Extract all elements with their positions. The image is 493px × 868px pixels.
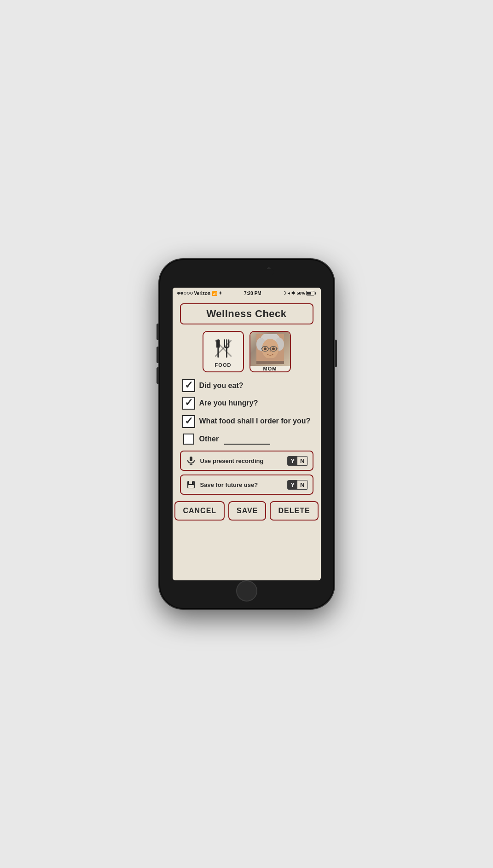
battery-icon	[306, 291, 316, 295]
svg-rect-27	[188, 485, 194, 488]
checkbox-other[interactable]	[182, 432, 196, 446]
mom-photo	[250, 332, 290, 366]
checkbox-other-empty	[183, 434, 194, 445]
battery-percent: 58%	[296, 291, 305, 295]
signal-dot-3	[184, 292, 186, 295]
svg-rect-21	[190, 457, 192, 461]
check-label-hungry: Are you hungry?	[199, 399, 258, 407]
food-svg-icon	[210, 336, 236, 361]
mom-icon-box[interactable]: MOM	[249, 331, 291, 372]
bluetooth-icon: ✱	[291, 291, 295, 295]
svg-point-14	[264, 347, 267, 350]
signal-dot-2	[180, 292, 183, 295]
check-item-eat: Did you eat?	[182, 379, 312, 393]
check-item-other: Other	[182, 432, 312, 446]
check-item-hungry: Are you hungry?	[182, 396, 312, 410]
app-content: Wellness Check	[173, 299, 321, 580]
home-button[interactable]	[236, 580, 257, 602]
wifi-icon: 📶	[212, 291, 217, 296]
checkbox-order[interactable]	[182, 415, 196, 428]
toggle-rows: Use present recording Y N	[180, 451, 313, 495]
title-box: Wellness Check	[180, 303, 313, 324]
location-icon: ◂	[288, 291, 290, 295]
phone-screen: Verizon 📶 ✳ 7:20 PM ☽ ◂ ✱ 58%	[173, 288, 321, 580]
svg-rect-20	[256, 361, 284, 364]
cancel-button[interactable]: CANCEL	[174, 501, 225, 521]
signal-dot-4	[187, 292, 190, 295]
svg-rect-26	[192, 481, 193, 484]
recording-n-button[interactable]: N	[297, 457, 307, 465]
battery-tip	[315, 292, 316, 295]
status-bar: Verizon 📶 ✳ 7:20 PM ☽ ◂ ✱ 58%	[173, 288, 321, 299]
checkbox-order-checked	[182, 415, 195, 428]
status-time: 7:20 PM	[244, 291, 261, 296]
checkbox-eat[interactable]	[182, 379, 196, 393]
signal-dot-1	[177, 292, 180, 295]
save-y-button[interactable]: Y	[288, 480, 297, 489]
mom-icon-label: MOM	[263, 366, 277, 371]
battery-body	[306, 291, 314, 295]
check-label-eat: Did you eat?	[199, 381, 244, 390]
battery-fill	[307, 292, 311, 295]
checkbox-hungry-checked	[182, 397, 195, 410]
mom-face-svg	[256, 334, 284, 364]
save-yn-toggle[interactable]: Y N	[287, 480, 307, 490]
check-label-other: Other	[199, 434, 219, 443]
delete-button[interactable]: DELETE	[270, 501, 318, 521]
moon-icon: ☽	[283, 291, 286, 295]
save-toggle-row: Save for future use? Y N	[180, 475, 313, 495]
other-text-input[interactable]	[224, 434, 270, 445]
save-toggle-label: Save for future use?	[200, 481, 284, 488]
save-button[interactable]: SAVE	[228, 501, 266, 521]
floppy-disk-icon	[186, 479, 197, 490]
recording-toggle-label: Use present recording	[200, 457, 284, 464]
phone-top-bar	[219, 269, 274, 275]
phone-frame: Verizon 📶 ✳ 7:20 PM ☽ ◂ ✱ 58%	[159, 259, 334, 609]
action-buttons: CANCEL SAVE DELETE	[180, 501, 313, 521]
signal-strength	[177, 292, 193, 295]
activity-icon: ✳	[219, 291, 222, 295]
svg-point-15	[272, 347, 275, 350]
status-right: ☽ ◂ ✱ 58%	[283, 291, 316, 295]
recording-y-button[interactable]: Y	[288, 457, 297, 465]
status-left: Verizon 📶 ✳	[177, 291, 223, 296]
page-title: Wellness Check	[206, 308, 286, 319]
microphone-icon	[186, 455, 197, 466]
signal-dot-5	[190, 292, 193, 295]
food-icon-label: FOOD	[215, 362, 232, 368]
recording-yn-toggle[interactable]: Y N	[287, 456, 307, 466]
save-n-button[interactable]: N	[297, 480, 307, 489]
carrier-name: Verizon	[194, 291, 211, 296]
recording-toggle-row: Use present recording Y N	[180, 451, 313, 471]
check-item-order: What food shall I order for you?	[182, 414, 312, 428]
check-label-order: What food shall I order for you?	[199, 417, 311, 425]
checkbox-eat-checked	[182, 379, 195, 392]
checkbox-hungry[interactable]	[182, 396, 196, 410]
icon-row: FOOD	[180, 331, 313, 372]
checklist: Did you eat? Are you hungry? What food s…	[180, 379, 313, 446]
food-icon-box[interactable]: FOOD	[203, 331, 244, 372]
